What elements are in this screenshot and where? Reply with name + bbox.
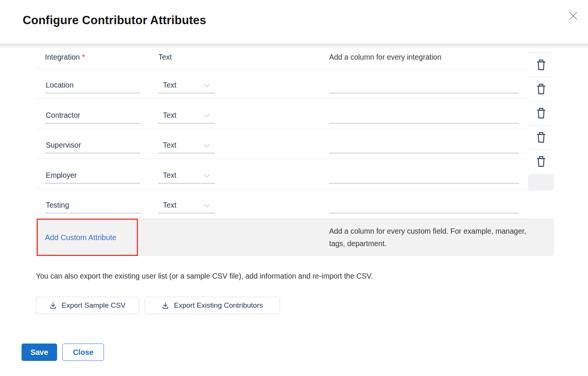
- type-select-value: Text: [163, 111, 176, 119]
- attribute-name-input[interactable]: Employer: [45, 171, 140, 183]
- attribute-name-input[interactable]: Supervisor: [45, 141, 140, 153]
- configure-contributor-attributes-modal: Configure Contributor Attributes Integra…: [0, 0, 588, 376]
- type-select-value: Text: [163, 81, 176, 89]
- chevron-down-icon: [204, 174, 210, 178]
- chevron-down-icon: [204, 114, 210, 118]
- attribute-name-input[interactable]: Location: [45, 81, 140, 93]
- add-custom-attribute-row: Add Custom Attribute Add a column for ev…: [36, 219, 554, 256]
- trash-icon: [536, 59, 546, 71]
- type-select-value: Text: [163, 171, 176, 179]
- chevron-down-icon: [204, 84, 210, 88]
- table-row: Testing Text: [36, 189, 528, 219]
- attribute-type-select[interactable]: Text: [158, 111, 215, 123]
- table-row: Supervisor Text: [36, 129, 528, 159]
- attribute-type-select[interactable]: Text: [158, 201, 215, 213]
- table-row: Contractor Text: [36, 99, 528, 129]
- trash-icon: [536, 108, 546, 119]
- close-button[interactable]: Close: [62, 344, 104, 361]
- integration-description: Add a column for every integration: [329, 53, 441, 62]
- delete-attribute-button[interactable]: [528, 149, 554, 174]
- attribute-type-select[interactable]: Text: [158, 141, 215, 153]
- required-asterisk: *: [82, 53, 85, 61]
- attribute-value-input[interactable]: [329, 81, 519, 93]
- attribute-value-input[interactable]: [329, 141, 519, 153]
- export-existing-contributors-label: Export Existing Contributors: [174, 301, 263, 310]
- type-select-value: Text: [163, 201, 176, 209]
- type-select-value: Text: [163, 141, 176, 149]
- attribute-table: Integration* Text Add a column for every…: [36, 45, 528, 219]
- attribute-name-label: Integration*: [45, 53, 85, 62]
- modal-title: Configure Contributor Attributes: [23, 14, 206, 27]
- attribute-name-input[interactable]: Contractor: [45, 111, 140, 123]
- delete-attribute-button[interactable]: [528, 125, 554, 149]
- chevron-down-icon: [204, 144, 210, 148]
- trash-icon: [536, 83, 546, 95]
- custom-attribute-description: Add a column for every custom field. For…: [329, 225, 533, 250]
- table-row: Location Text: [36, 69, 528, 99]
- attribute-value-input[interactable]: [329, 111, 519, 123]
- attribute-name-input[interactable]: Testing: [45, 201, 140, 213]
- table-row-integration: Integration* Text Add a column for every…: [36, 45, 528, 69]
- table-row: Employer Text: [36, 159, 528, 189]
- integration-label: Integration: [45, 53, 80, 61]
- attribute-type-select[interactable]: Text: [158, 81, 215, 93]
- save-button[interactable]: Save: [22, 344, 57, 361]
- trash-icon: [536, 132, 546, 143]
- delete-column: [528, 45, 554, 191]
- close-modal-button[interactable]: [567, 9, 580, 22]
- export-note: You can also export the existing user li…: [36, 272, 373, 280]
- export-existing-contributors-button[interactable]: Export Existing Contributors: [145, 297, 280, 314]
- export-sample-csv-label: Export Sample CSV: [62, 301, 125, 310]
- delete-attribute-button[interactable]: [528, 77, 554, 101]
- delete-attribute-button[interactable]: [528, 101, 554, 125]
- download-icon: [162, 302, 169, 309]
- close-icon: [568, 11, 579, 21]
- delete-attribute-button[interactable]: [528, 52, 554, 77]
- delete-column-placeholder: [528, 174, 554, 191]
- trash-icon: [536, 156, 546, 167]
- export-sample-csv-button[interactable]: Export Sample CSV: [36, 297, 139, 314]
- attribute-value-input[interactable]: [329, 171, 519, 183]
- attribute-type-label: Text: [158, 53, 172, 62]
- attribute-value-input[interactable]: [329, 201, 519, 213]
- download-icon: [50, 302, 57, 309]
- add-custom-attribute-link[interactable]: Add Custom Attribute: [45, 233, 116, 242]
- attribute-type-select[interactable]: Text: [158, 171, 215, 183]
- chevron-down-icon: [204, 204, 210, 208]
- delete-column-gap: [528, 45, 554, 52]
